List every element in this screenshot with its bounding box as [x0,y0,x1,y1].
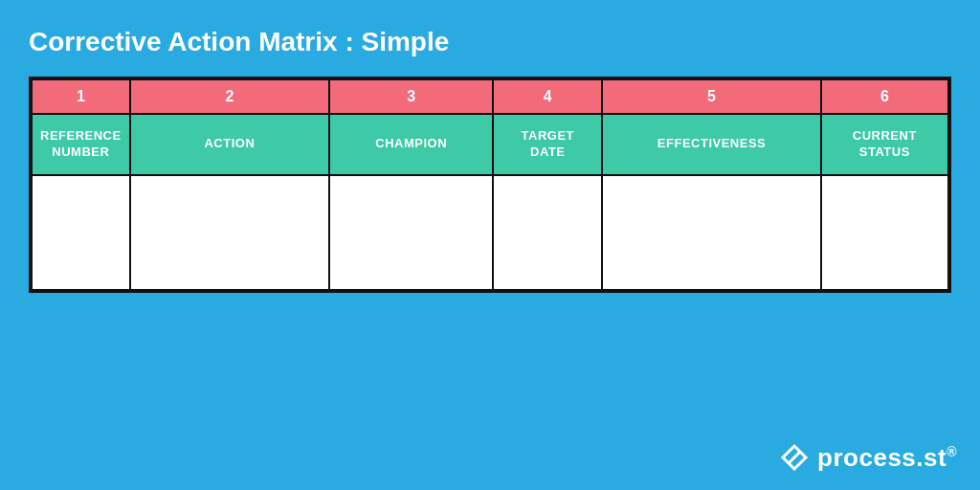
col-num-1: 1 [32,79,130,114]
col-label-action: ACTION [130,114,329,175]
page-title: Corrective Action Matrix : Simple [0,0,980,77]
col-num-4: 4 [493,79,602,114]
brand-logo: process.st® [779,442,957,473]
svg-line-1 [789,452,800,463]
col-label-reference: REFERENCENUMBER [32,114,130,175]
data-cell-1-5 [602,175,820,290]
number-header-row: 1 2 3 4 5 6 [32,79,948,114]
data-row-1 [32,175,948,290]
process-st-icon [779,442,810,473]
label-header-row: REFERENCENUMBER ACTION CHAMPION TARGETDA… [32,114,948,175]
data-cell-1-2 [130,175,329,290]
data-cell-1-6 [821,175,948,290]
col-num-3: 3 [329,79,493,114]
col-label-effectiveness: EFFECTIVENESS [602,114,820,175]
data-cell-1-3 [329,175,493,290]
col-num-2: 2 [130,79,329,114]
table-container: 1 2 3 4 5 6 REFERENCENUMBER ACTION CHAMP… [29,77,951,293]
col-num-5: 5 [602,79,820,114]
col-num-6: 6 [821,79,948,114]
brand-name-text: process.st® [817,443,957,473]
col-label-target-date: TARGETDATE [493,114,602,175]
col-label-champion: CHAMPION [329,114,493,175]
data-cell-1-4 [493,175,602,290]
data-cell-1-1 [32,175,130,290]
col-label-current-status: CURRENTSTATUS [821,114,948,175]
branding: process.st® [779,442,957,473]
